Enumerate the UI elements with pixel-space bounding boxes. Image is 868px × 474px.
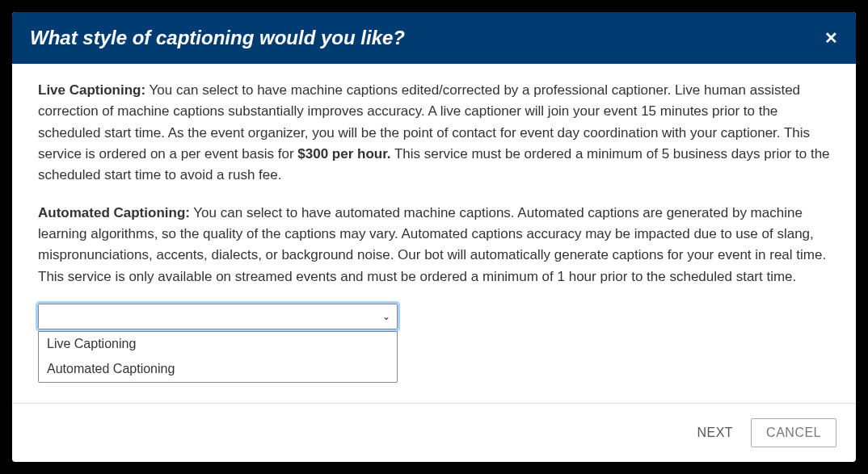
modal-footer: NEXT CANCEL bbox=[12, 403, 856, 462]
captioning-style-dropdown: Live Captioning Automated Captioning bbox=[38, 331, 398, 383]
dropdown-option-live[interactable]: Live Captioning bbox=[39, 332, 397, 357]
modal-title: What style of captioning would you like? bbox=[30, 27, 405, 49]
live-captioning-description: Live Captioning: You can select to have … bbox=[38, 80, 830, 187]
dropdown-option-automated[interactable]: Automated Captioning bbox=[39, 357, 397, 382]
captioning-style-select-wrapper: ⌄ Live Captioning Automated Captioning bbox=[38, 304, 398, 329]
captioning-style-select[interactable]: ⌄ bbox=[38, 304, 398, 329]
automated-captioning-label: Automated Captioning: bbox=[38, 205, 190, 220]
live-captioning-price: $300 per hour. bbox=[297, 146, 390, 161]
chevron-down-icon: ⌄ bbox=[382, 309, 390, 325]
automated-captioning-description: Automated Captioning: You can select to … bbox=[38, 203, 830, 287]
cancel-button[interactable]: CANCEL bbox=[751, 418, 836, 447]
live-captioning-label: Live Captioning: bbox=[38, 82, 145, 98]
close-icon[interactable]: ✕ bbox=[824, 30, 838, 46]
modal-body: Live Captioning: You can select to have … bbox=[12, 64, 856, 403]
captioning-style-modal: What style of captioning would you like?… bbox=[12, 12, 856, 462]
next-button[interactable]: NEXT bbox=[693, 419, 736, 447]
modal-header: What style of captioning would you like?… bbox=[12, 12, 856, 64]
